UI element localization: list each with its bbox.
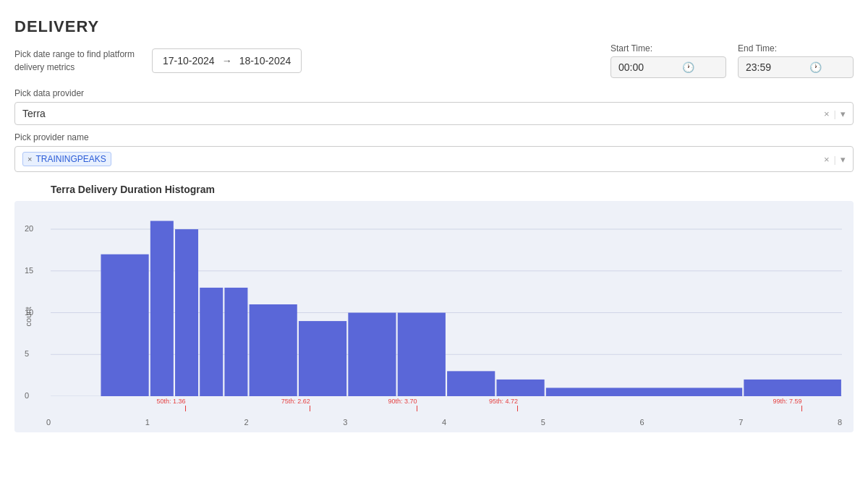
svg-rect-15 [447,371,495,396]
percentile-marker: 95th: 4.72 [517,406,518,412]
percentile-label: 75th: 2.62 [281,398,310,405]
chart-title: Terra Delivery Duration Histogram [14,184,854,195]
histogram-svg [51,213,842,396]
svg-rect-11 [250,304,297,396]
svg-rect-9 [200,288,223,396]
provider-select[interactable]: Terra × | ▾ [14,102,854,125]
end-time-input-wrap: 🕐 [738,56,854,78]
y-tick-label: 15 [25,266,33,275]
svg-rect-10 [224,288,247,396]
x-tick-label: 3 [343,418,347,427]
svg-rect-13 [348,313,396,396]
provider-name-tag: × TRAININGPEAKS [22,152,111,166]
percentile-marker: 90th: 3.70 [417,406,417,412]
y-tick-label: 20 [25,224,33,233]
svg-rect-6 [101,254,148,396]
percentile-marker: 99th: 7.59 [801,406,802,412]
subtitle-label: Pick date range to find platform deliver… [14,48,137,74]
end-time-label: End Time: [738,43,854,53]
percentile-marker: 50th: 1.36 [185,406,186,412]
provider-name-clear-icon[interactable]: × [824,154,830,165]
start-time-input[interactable] [618,61,676,73]
provider-clear-icon[interactable]: × [824,108,830,119]
svg-rect-8 [175,229,198,396]
arrow-icon: → [222,55,232,67]
svg-rect-12 [299,321,346,396]
svg-rect-7 [150,221,174,396]
percentile-label: 90th: 3.70 [388,398,417,405]
provider-name-chevron-icon[interactable]: ▾ [841,154,846,165]
date-end: 18-10-2024 [239,55,292,67]
svg-rect-16 [496,380,544,396]
svg-rect-14 [398,313,446,396]
y-tick-label: 5 [25,349,29,358]
percentile-label: 95th: 4.72 [489,398,518,405]
page-title: DELIVERY [14,17,854,36]
x-tick-label: 1 [145,418,150,427]
provider-value: Terra [22,108,824,119]
tag-label: TRAININGPEAKS [35,154,106,164]
svg-rect-18 [744,380,841,396]
sep: | [834,108,836,119]
percentile-marker: 75th: 2.62 [310,406,310,412]
chart-section: Terra Delivery Duration Histogram count … [14,184,854,432]
x-axis: 012345678 [51,412,842,427]
provider-name-select[interactable]: × TRAININGPEAKS × | ▾ [14,146,854,172]
provider-name-label: Pick provider name [14,132,854,142]
date-range-picker[interactable]: 17-10-2024 → 18-10-2024 [152,48,302,73]
x-tick-label: 0 [46,418,51,427]
tag-remove-icon[interactable]: × [27,155,32,163]
x-tick-label: 4 [442,418,446,427]
y-tick-label: 10 [25,308,33,317]
end-time-input[interactable] [746,61,804,73]
date-start: 17-10-2024 [163,55,215,67]
clock-icon-end: 🕐 [809,61,822,73]
x-tick-label: 5 [541,418,545,427]
y-tick-label: 0 [25,391,29,400]
x-tick-label: 6 [640,418,644,427]
start-time-label: Start Time: [610,43,726,53]
provider-chevron-icon[interactable]: ▾ [841,108,846,119]
percentile-label: 99th: 7.59 [773,398,801,405]
sep2: | [834,154,836,165]
clock-icon-start: 🕐 [682,61,694,73]
svg-rect-17 [546,388,742,396]
x-tick-label: 7 [739,418,743,427]
x-tick-label: 8 [838,418,842,427]
start-time-input-wrap: 🕐 [610,56,726,78]
percentile-label: 50th: 1.36 [156,398,185,405]
x-tick-label: 2 [244,418,249,427]
chart-container: count 012345678 50th: 1.3675th: 2.6290th… [14,201,854,432]
provider-label: Pick data provider [14,88,854,98]
